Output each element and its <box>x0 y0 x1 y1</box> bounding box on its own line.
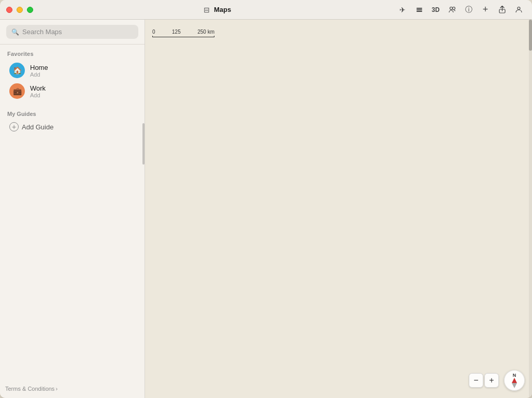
search-icon: 🔍 <box>11 28 19 36</box>
svg-rect-2 <box>416 11 422 12</box>
maximize-button[interactable] <box>27 7 33 13</box>
terms-label: Terms & Conditions <box>5 386 54 392</box>
map-area[interactable]: 0 125 250 km − + N <box>145 20 532 398</box>
home-info: Home Add <box>30 64 48 78</box>
scale-label-mid: 125 <box>172 29 181 35</box>
home-name: Home <box>30 64 48 71</box>
home-sub: Add <box>30 71 48 78</box>
titlebar-center: ⊟ Maps <box>39 6 395 14</box>
svg-point-3 <box>450 7 452 10</box>
terms-link[interactable]: Terms & Conditions › <box>5 386 139 392</box>
scale-label-start: 0 <box>152 29 155 35</box>
minimize-button[interactable] <box>17 7 23 13</box>
guides-label: My Guides <box>7 111 137 117</box>
add-guide-icon: + <box>9 122 19 131</box>
svg-point-6 <box>517 7 520 10</box>
share-with-button[interactable] <box>445 3 459 17</box>
layers-icon <box>415 6 423 13</box>
scrollbar-thumb[interactable] <box>529 20 532 51</box>
favorites-section: Favorites 🏠 Home Add 💼 Work Add <box>0 45 145 104</box>
sidebar-bottom: Terms & Conditions › <box>0 381 145 398</box>
scale-line <box>152 36 214 37</box>
compass-arrow-north <box>512 378 517 383</box>
work-icon: 💼 <box>9 83 25 99</box>
add-guide-button[interactable]: + Add Guide <box>7 120 55 134</box>
scale-label-end: 250 km <box>197 29 214 35</box>
app-window: ⊟ Maps ✈ 3D ⓘ + <box>0 0 532 398</box>
compass-n-label: N <box>513 373 516 378</box>
svg-point-4 <box>452 7 455 10</box>
work-favorite-item[interactable]: 💼 Work Add <box>7 81 137 101</box>
home-favorite-item[interactable]: 🏠 Home Add <box>7 60 137 81</box>
location-button[interactable]: ✈ <box>395 3 410 17</box>
layers-button[interactable] <box>412 3 426 17</box>
search-placeholder: Search Maps <box>22 28 62 36</box>
work-sub: Add <box>30 92 46 98</box>
zoom-controls: − + <box>469 373 499 388</box>
sidebar-toggle-icon[interactable]: ⊟ <box>204 6 210 14</box>
compass-arrow-south <box>512 383 517 388</box>
three-d-button[interactable]: 3D <box>428 3 443 17</box>
map-bottom-controls: − + N <box>469 370 525 391</box>
add-button[interactable]: + <box>478 3 493 17</box>
persons-icon <box>449 6 456 13</box>
zoom-in-button[interactable]: + <box>484 373 499 388</box>
scale-bar: 0 125 250 km <box>152 29 214 37</box>
info-button[interactable]: ⓘ <box>462 3 476 17</box>
svg-rect-1 <box>416 9 422 10</box>
map-canvas <box>145 20 532 398</box>
account-icon <box>515 6 523 13</box>
scale-labels: 0 125 250 km <box>152 29 214 35</box>
sidebar-scrollbar <box>142 123 145 165</box>
scrollbar-track <box>529 20 532 398</box>
add-guide-label: Add Guide <box>22 123 53 131</box>
traffic-lights <box>6 7 33 13</box>
home-icon: 🏠 <box>9 63 25 78</box>
zoom-out-button[interactable]: − <box>469 373 483 388</box>
titlebar: ⊟ Maps ✈ 3D ⓘ + <box>0 0 532 20</box>
favorites-label: Favorites <box>7 51 137 57</box>
search-bar[interactable]: 🔍 Search Maps <box>6 25 138 39</box>
terms-arrow-icon: › <box>55 386 57 392</box>
account-button[interactable] <box>511 3 526 17</box>
work-info: Work Add <box>30 84 46 98</box>
work-name: Work <box>30 84 46 92</box>
sidebar: 🔍 Search Maps Favorites 🏠 Home Add � <box>0 20 145 398</box>
main-content: 🔍 Search Maps Favorites 🏠 Home Add � <box>0 20 532 398</box>
guides-section: My Guides + Add Guide <box>0 104 145 136</box>
svg-rect-0 <box>416 8 422 9</box>
share-icon <box>499 6 506 13</box>
search-container: 🔍 Search Maps <box>0 20 145 45</box>
titlebar-actions: ✈ 3D ⓘ + <box>395 3 526 17</box>
close-button[interactable] <box>6 7 12 13</box>
app-title: Maps <box>214 6 231 13</box>
compass[interactable]: N <box>504 370 525 391</box>
compass-inner: N <box>512 373 517 388</box>
share-button[interactable] <box>495 3 509 17</box>
